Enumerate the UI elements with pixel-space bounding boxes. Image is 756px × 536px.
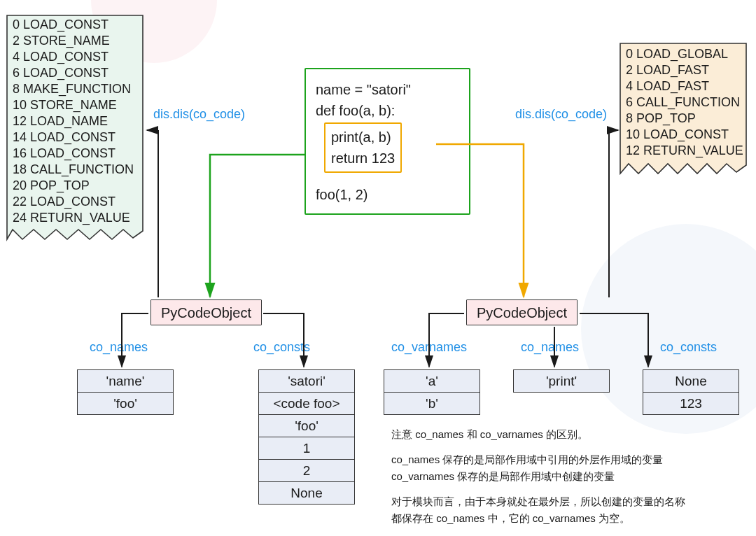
arrow-source-left bbox=[210, 155, 304, 297]
diagram-stage: 0 LOAD_CONST 2 STORE_NAME 4 LOAD_CONST 6… bbox=[0, 0, 756, 536]
arrow-source-right bbox=[436, 144, 524, 297]
arrows-overlay bbox=[0, 0, 756, 536]
